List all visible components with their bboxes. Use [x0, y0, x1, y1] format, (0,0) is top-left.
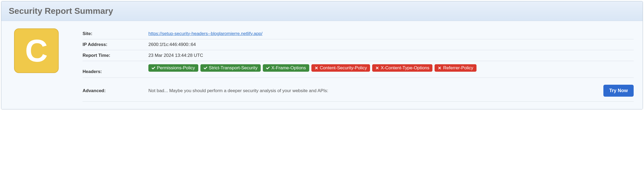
check-icon	[266, 66, 270, 70]
row-headers: Headers: Permissions-PolicyStrict-Transp…	[83, 61, 634, 78]
value-headers: Permissions-PolicyStrict-Transport-Secur…	[148, 64, 634, 72]
value-site: https://setup-security-headers--bloglaro…	[148, 31, 634, 36]
advanced-text: Not bad... Maybe you should perform a de…	[148, 88, 328, 93]
label-headers: Headers:	[83, 64, 148, 74]
label-time: Report Time:	[83, 53, 148, 58]
header-badge-label: X-Frame-Options	[271, 65, 306, 71]
panel-body: C Site: https://setup-security-headers--…	[1, 21, 643, 109]
header-badge-label: Content-Security-Policy	[320, 65, 367, 71]
grade-badge: C	[14, 28, 59, 73]
header-badge: X-Content-Type-Options	[372, 64, 432, 72]
value-ip: 2600:1f1c:446:4900::64	[148, 42, 634, 47]
header-badge-label: Permissions-Policy	[157, 65, 195, 71]
value-time: 23 Mar 2024 13:44:28 UTC	[148, 53, 634, 58]
label-advanced: Advanced:	[83, 88, 148, 93]
header-badge: Content-Security-Policy	[311, 64, 370, 72]
header-badge: X-Frame-Options	[263, 64, 309, 72]
row-time: Report Time: 23 Mar 2024 13:44:28 UTC	[83, 50, 634, 61]
cross-icon	[438, 66, 441, 70]
header-badge: Strict-Transport-Security	[200, 64, 261, 72]
cross-icon	[375, 66, 379, 70]
label-site: Site:	[83, 31, 148, 36]
details-table: Site: https://setup-security-headers--bl…	[83, 28, 634, 102]
row-advanced: Advanced: Not bad... Maybe you should pe…	[83, 78, 634, 102]
check-icon	[152, 66, 155, 70]
value-advanced: Not bad... Maybe you should perform a de…	[148, 85, 634, 97]
header-badge: Referrer-Policy	[435, 64, 476, 72]
check-icon	[204, 66, 207, 70]
label-ip: IP Address:	[83, 42, 148, 47]
header-badge-label: Referrer-Policy	[443, 65, 473, 71]
security-report-panel: Security Report Summary C Site: https://…	[1, 1, 643, 109]
site-link[interactable]: https://setup-security-headers--bloglaro…	[148, 31, 263, 36]
page-title: Security Report Summary	[9, 6, 635, 16]
header-badge-label: Strict-Transport-Security	[209, 65, 258, 71]
grade-letter: C	[25, 35, 48, 66]
row-ip: IP Address: 2600:1f1c:446:4900::64	[83, 39, 634, 50]
header-badge-label: X-Content-Type-Options	[381, 65, 429, 71]
header-badge: Permissions-Policy	[148, 64, 198, 72]
row-site: Site: https://setup-security-headers--bl…	[83, 28, 634, 39]
cross-icon	[315, 66, 318, 70]
panel-header: Security Report Summary	[1, 1, 643, 21]
try-now-button[interactable]: Try Now	[603, 85, 634, 97]
